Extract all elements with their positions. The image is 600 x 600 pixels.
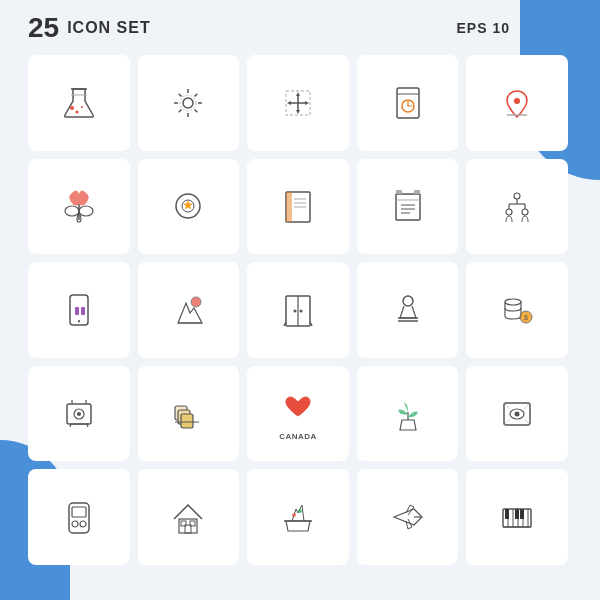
icon-house[interactable] (138, 469, 240, 565)
icon-gameboy[interactable] (28, 469, 130, 565)
svg-point-73 (298, 509, 302, 513)
svg-point-12 (79, 206, 93, 216)
svg-point-33 (522, 209, 528, 215)
header: 25 ICON SET EPS 10 (28, 12, 510, 44)
icon-airplane[interactable] (357, 469, 459, 565)
icon-grid: $ CANADA (28, 55, 568, 565)
svg-rect-20 (396, 194, 420, 220)
svg-point-3 (81, 106, 83, 108)
icon-count: 25 (28, 12, 59, 44)
svg-point-72 (292, 513, 296, 517)
icon-basket-fruits[interactable] (247, 469, 349, 565)
svg-rect-82 (515, 509, 519, 519)
icon-plant-pot[interactable] (357, 366, 459, 462)
icon-mind-flower[interactable] (28, 159, 130, 255)
icon-toast-bread[interactable] (138, 366, 240, 462)
svg-point-65 (72, 521, 78, 527)
svg-point-66 (80, 521, 86, 527)
svg-rect-81 (505, 509, 509, 519)
svg-point-32 (506, 209, 512, 215)
svg-rect-25 (396, 190, 402, 194)
svg-point-43 (299, 309, 302, 312)
icon-photo-eye[interactable] (466, 366, 568, 462)
svg-point-62 (515, 411, 520, 416)
svg-point-54 (77, 412, 81, 416)
svg-point-46 (403, 296, 413, 306)
icon-database-coins[interactable]: $ (466, 262, 568, 358)
svg-rect-16 (286, 192, 292, 222)
header-left: 25 ICON SET (28, 12, 151, 44)
svg-point-38 (191, 297, 201, 307)
icon-canada-heart[interactable]: CANADA (247, 366, 349, 462)
svg-point-2 (75, 110, 78, 113)
icon-wardrobe[interactable] (247, 262, 349, 358)
svg-rect-64 (72, 507, 86, 517)
canada-label: CANADA (279, 432, 317, 441)
svg-point-42 (293, 309, 296, 312)
icon-checklist[interactable] (357, 159, 459, 255)
svg-point-4 (183, 98, 193, 108)
header-title: ICON SET (67, 19, 151, 37)
svg-rect-26 (414, 190, 420, 194)
icon-settings-gear[interactable] (138, 55, 240, 151)
svg-text:$: $ (524, 314, 528, 321)
header-eps: EPS 10 (457, 20, 510, 36)
icon-streamer[interactable] (28, 366, 130, 462)
icon-move[interactable] (247, 55, 349, 151)
icon-mobile-pause[interactable] (28, 262, 130, 358)
icon-location-pin[interactable] (466, 55, 568, 151)
svg-rect-37 (81, 307, 85, 315)
svg-point-49 (505, 299, 521, 305)
svg-rect-57 (181, 414, 193, 428)
icon-hierarchy-person[interactable] (466, 159, 568, 255)
svg-rect-83 (520, 509, 524, 519)
svg-point-1 (70, 106, 74, 110)
svg-point-11 (65, 206, 79, 216)
icon-piano-keyboard[interactable] (466, 469, 568, 565)
icon-chess-pawn[interactable] (357, 262, 459, 358)
icon-design-tools[interactable] (138, 262, 240, 358)
icon-chemistry[interactable] (28, 55, 130, 151)
svg-point-9 (514, 98, 520, 104)
icon-clock-file[interactable] (357, 55, 459, 151)
icon-target-star[interactable] (138, 159, 240, 255)
svg-point-27 (514, 193, 520, 199)
svg-rect-36 (75, 307, 79, 315)
icon-book[interactable] (247, 159, 349, 255)
